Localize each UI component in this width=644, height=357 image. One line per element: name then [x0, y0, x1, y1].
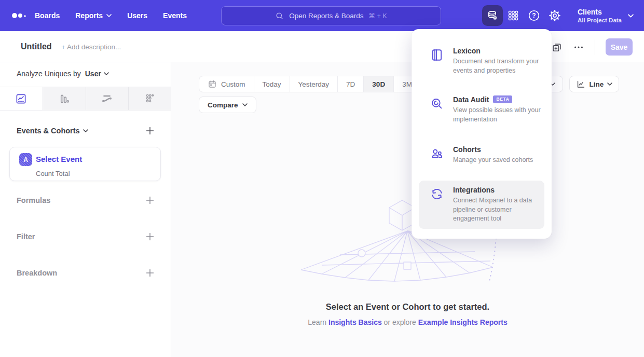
- project-selector[interactable]: Clients All Project Data: [578, 8, 634, 23]
- search-placeholder: Open Reports & Boards: [289, 12, 363, 20]
- empty-state-subtitle: Learn Insights Basics or explore Example…: [171, 318, 644, 326]
- menu-item-description: Connect Mixpanel to a data pipeline or c…: [453, 196, 545, 224]
- breakdown-section: Breakdown: [17, 269, 154, 277]
- project-name: All Project Data: [578, 17, 622, 23]
- data-management-button[interactable]: [482, 5, 503, 26]
- svg-text:?: ?: [532, 12, 536, 19]
- chart-type-label: Line: [590, 80, 604, 88]
- nav-item-reports[interactable]: Reports: [75, 11, 112, 20]
- chevron-down-icon: [628, 14, 634, 18]
- date-range-7d[interactable]: 7D: [338, 76, 364, 92]
- menu-item-cohorts[interactable]: Cohorts Manage your saved cohorts: [419, 140, 544, 170]
- plus-icon: [146, 196, 154, 204]
- nav-item-label: Reports: [75, 11, 103, 20]
- select-event-label: Select Event: [36, 155, 82, 163]
- date-option-label: 3M: [402, 80, 412, 88]
- chart-type-tabs: [0, 87, 171, 111]
- line-chart-icon: [576, 79, 586, 89]
- date-option-label: 7D: [346, 80, 355, 88]
- compare-button[interactable]: Compare: [199, 97, 256, 113]
- help-button[interactable]: ?: [524, 5, 544, 26]
- events-cohorts-header[interactable]: Events & Cohorts: [17, 127, 88, 135]
- settings-button[interactable]: [544, 5, 565, 26]
- gear-icon: [548, 9, 561, 22]
- integrations-icon: [430, 186, 444, 224]
- duplicate-report-button[interactable]: [551, 42, 563, 53]
- menu-item-title: Data Audit: [453, 95, 489, 104]
- mixpanel-logo-icon[interactable]: [11, 11, 27, 20]
- menu-item-title: Integrations: [453, 186, 495, 194]
- bar-chart-tab-icon: [58, 93, 70, 105]
- menu-item-data-audit[interactable]: Data Audit BETA View possible issues wit…: [419, 90, 544, 129]
- save-button[interactable]: Save: [606, 38, 633, 56]
- menu-item-integrations[interactable]: Integrations Connect Mixpanel to a data …: [419, 181, 544, 229]
- chart-type-selector[interactable]: Line: [569, 76, 619, 92]
- nav-item-boards[interactable]: Boards: [35, 11, 60, 20]
- date-option-label: Custom: [221, 80, 245, 88]
- report-title[interactable]: Untitled: [21, 42, 52, 51]
- add-formula-button[interactable]: [146, 196, 154, 204]
- tab-line-chart[interactable]: [0, 87, 43, 110]
- data-management-dropdown: Lexicon Document and transform your even…: [412, 29, 552, 239]
- calendar-icon: [208, 79, 217, 89]
- plus-icon: [146, 127, 154, 135]
- date-range-30d[interactable]: 30D: [364, 76, 394, 92]
- date-range-yesterday[interactable]: Yesterday: [290, 76, 338, 92]
- count-total-label[interactable]: Count Total: [36, 170, 70, 177]
- more-options-button[interactable]: [573, 42, 584, 53]
- report-description-placeholder[interactable]: + Add description...: [61, 43, 121, 51]
- empty-state-text: or explore: [382, 318, 418, 326]
- nav-item-users[interactable]: Users: [127, 11, 147, 20]
- menu-item-title: Cohorts: [453, 145, 481, 154]
- chevron-down-icon: [104, 72, 109, 75]
- nav-links: Boards Reports Users Events: [35, 0, 187, 31]
- date-range-today[interactable]: Today: [254, 76, 290, 92]
- flow-chart-tab-icon: [101, 92, 113, 105]
- report-actions: Save: [551, 38, 633, 56]
- filter-label: Filter: [17, 232, 35, 241]
- org-name: Clients: [578, 8, 622, 17]
- empty-state-text: Learn: [308, 318, 328, 326]
- add-filter-button[interactable]: [146, 232, 154, 241]
- menu-item-description: View possible issues with your implement…: [453, 106, 553, 124]
- add-event-button[interactable]: [146, 127, 154, 135]
- nav-item-events[interactable]: Events: [163, 11, 187, 20]
- menu-item-description: Manage your saved cohorts: [453, 156, 553, 165]
- menu-item-title: Lexicon: [453, 47, 481, 55]
- breakdown-label: Breakdown: [17, 269, 57, 277]
- chevron-down-icon: [242, 103, 248, 106]
- section-label: Events & Cohorts: [17, 127, 80, 135]
- example-reports-link[interactable]: Example Insights Reports: [418, 318, 508, 326]
- metrics-grid-tab-icon: [144, 93, 156, 105]
- global-search-input[interactable]: Open Reports & Boards ⌘ + K: [221, 6, 441, 25]
- duplicate-icon: [551, 42, 563, 53]
- nav-item-label: Events: [163, 11, 187, 20]
- apps-grid-button[interactable]: [503, 5, 524, 26]
- tab-bar-chart[interactable]: [43, 87, 86, 110]
- line-chart-tab-icon: [15, 93, 27, 105]
- tab-metrics-grid[interactable]: [129, 87, 171, 110]
- event-letter-badge: A: [19, 153, 32, 166]
- cohorts-icon: [430, 145, 444, 165]
- add-breakdown-button[interactable]: [146, 269, 154, 277]
- insights-basics-link[interactable]: Insights Basics: [328, 318, 382, 326]
- analyze-uniques-selector[interactable]: Analyze Uniques by User: [17, 70, 109, 78]
- lexicon-icon: [430, 47, 444, 75]
- top-navigation: Boards Reports Users Events Open Reports…: [0, 0, 644, 31]
- formulas-section: Formulas: [17, 196, 154, 204]
- nav-item-label: Users: [127, 11, 147, 20]
- date-option-label: Yesterday: [298, 80, 330, 88]
- compare-label: Compare: [208, 101, 238, 109]
- divider: [595, 39, 595, 55]
- database-gear-icon: [486, 9, 499, 22]
- date-range-custom[interactable]: Custom: [199, 76, 254, 92]
- chevron-down-icon: [83, 129, 88, 132]
- date-option-label: Today: [263, 80, 281, 88]
- beta-badge: BETA: [493, 95, 512, 103]
- apps-grid-icon: [507, 9, 519, 22]
- tab-flow-chart[interactable]: [86, 87, 129, 110]
- data-audit-icon: [430, 95, 444, 124]
- plus-icon: [146, 269, 154, 277]
- menu-item-lexicon[interactable]: Lexicon Document and transform your even…: [419, 42, 544, 80]
- select-event-card[interactable]: A Select Event Count Total: [9, 147, 161, 181]
